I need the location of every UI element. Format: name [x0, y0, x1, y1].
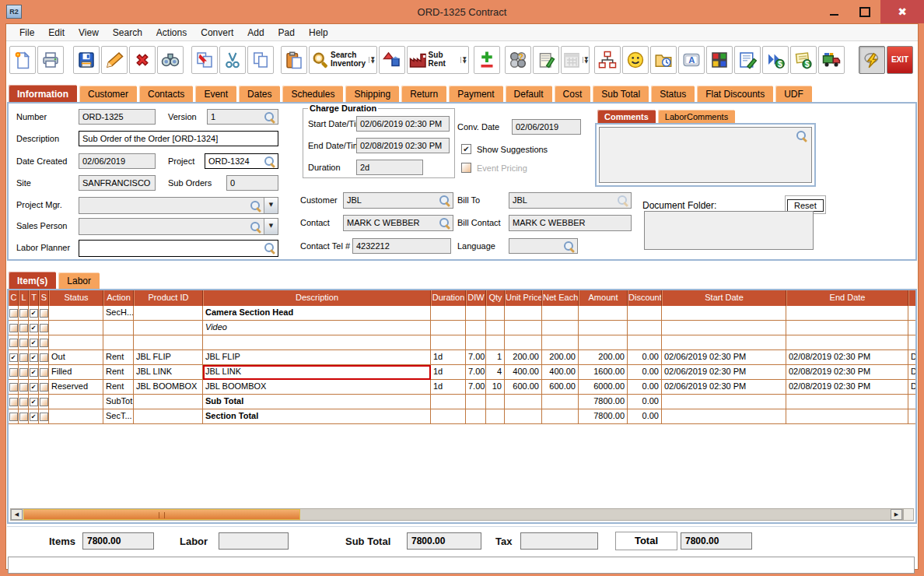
- reset-button[interactable]: Reset: [787, 199, 824, 212]
- tab-schedules[interactable]: Schedules: [282, 85, 344, 102]
- menu-pad[interactable]: Pad: [271, 25, 302, 40]
- description-field[interactable]: Sub Order of the Order [ORD-1324]: [79, 131, 278, 146]
- cell-diw[interactable]: [466, 409, 486, 424]
- col-net-each[interactable]: Net Each: [542, 290, 579, 306]
- cell-check-s[interactable]: [39, 380, 49, 395]
- cell-check-t[interactable]: ✔: [29, 350, 39, 365]
- cell-description[interactable]: Camera Section Head: [203, 306, 431, 321]
- cell-discount[interactable]: [628, 321, 662, 335]
- comments-tab-comments[interactable]: Comments: [597, 109, 656, 123]
- items-tab-item-s-[interactable]: Item(s): [8, 271, 57, 289]
- cell-check-c[interactable]: ✔: [9, 350, 19, 365]
- search-inventory-button[interactable]: Search Inventory▼▼: [309, 46, 377, 74]
- cell-status[interactable]: Out: [49, 350, 103, 365]
- cell-end-date[interactable]: [786, 409, 908, 424]
- scroll-right-button[interactable]: ▶: [891, 509, 902, 520]
- cell-discount[interactable]: [628, 335, 662, 350]
- availability-button[interactable]: ?: [505, 46, 531, 74]
- cell-status[interactable]: [49, 395, 103, 409]
- cell-end-date[interactable]: [786, 321, 908, 335]
- tab-sub-total[interactable]: Sub Total: [592, 85, 649, 102]
- contact-field[interactable]: MARK C WEBBER: [343, 215, 453, 231]
- cell-product-id[interactable]: [134, 409, 203, 424]
- col-discount[interactable]: Discount: [628, 290, 662, 306]
- project-mgr-dropdown-icon[interactable]: ▼: [264, 198, 278, 213]
- cell-product-id[interactable]: JBL LINK: [134, 365, 203, 380]
- cell-start-date[interactable]: [662, 306, 786, 321]
- col-s[interactable]: S: [39, 290, 49, 306]
- cell-qty[interactable]: 4: [486, 365, 505, 380]
- key-a-button[interactable]: A: [678, 46, 705, 74]
- cell-qty[interactable]: [486, 395, 505, 409]
- comments-textarea[interactable]: [599, 127, 812, 183]
- col-amount[interactable]: Amount: [579, 290, 628, 306]
- menu-convert[interactable]: Convert: [194, 25, 240, 40]
- cell-action[interactable]: SecT...: [103, 409, 134, 424]
- cell-check-s[interactable]: [39, 409, 49, 424]
- cell-duration[interactable]: [431, 306, 466, 321]
- cell-check-t[interactable]: ✔: [29, 365, 39, 380]
- cell-action[interactable]: Rent: [103, 365, 134, 380]
- tab-flat-discounts[interactable]: Flat Discounts: [696, 85, 774, 102]
- cell-status[interactable]: [49, 306, 103, 321]
- cell-product-id[interactable]: [134, 321, 203, 335]
- tab-customer[interactable]: Customer: [79, 85, 138, 102]
- close-button[interactable]: ✖: [880, 0, 924, 23]
- cell-check-s[interactable]: [39, 335, 49, 350]
- delete-button[interactable]: [129, 46, 156, 74]
- new-document-button[interactable]: [9, 46, 36, 74]
- contact-tel-field[interactable]: 4232212: [352, 238, 451, 254]
- cell-extra[interactable]: [908, 409, 917, 424]
- cell-net-each[interactable]: [542, 409, 579, 424]
- cell-check-t[interactable]: ✔: [29, 306, 39, 321]
- cell-qty[interactable]: [486, 306, 505, 321]
- tab-event[interactable]: Event: [194, 85, 237, 102]
- cell-net-each[interactable]: 600.00: [542, 380, 579, 395]
- menu-file[interactable]: File: [12, 25, 41, 40]
- copy-button[interactable]: [247, 46, 274, 74]
- cell-description[interactable]: JBL BOOMBOX: [203, 380, 431, 395]
- cell-amount[interactable]: 200.00: [579, 350, 628, 365]
- cell-start-date[interactable]: [662, 395, 786, 409]
- duration-field[interactable]: 2d: [356, 160, 423, 175]
- cell-status[interactable]: Filled: [49, 365, 103, 380]
- cell-amount[interactable]: [579, 335, 628, 350]
- cell-product-id[interactable]: JBL BOOMBOX: [134, 380, 203, 395]
- menu-help[interactable]: Help: [302, 25, 335, 40]
- cell-duration[interactable]: [431, 409, 466, 424]
- cell-extra[interactable]: [908, 306, 917, 321]
- cell-net-each[interactable]: 400.00: [542, 365, 579, 380]
- event-pricing-checkbox[interactable]: [461, 163, 471, 173]
- cell-check-l[interactable]: [19, 395, 29, 409]
- cell-end-date[interactable]: [786, 395, 908, 409]
- version-field[interactable]: 1: [207, 109, 278, 125]
- cell-product-id[interactable]: [134, 395, 203, 409]
- cell-end-date[interactable]: 02/08/2019 02:30 PM: [786, 365, 908, 380]
- cell-status[interactable]: [49, 321, 103, 335]
- minimize-button[interactable]: [818, 0, 849, 23]
- cell-check-t[interactable]: ✔: [29, 335, 39, 350]
- cell-check-t[interactable]: ✔: [29, 409, 39, 424]
- language-lookup-icon[interactable]: [564, 241, 574, 251]
- cell-amount[interactable]: 7800.00: [579, 395, 628, 409]
- search-inventory-dropdown-icon[interactable]: ▼▼: [369, 57, 375, 63]
- menu-add[interactable]: Add: [240, 25, 271, 40]
- cell-duration[interactable]: [431, 321, 466, 335]
- language-field[interactable]: [509, 238, 578, 254]
- cell-amount[interactable]: 1600.00: [579, 365, 628, 380]
- cell-end-date[interactable]: 02/08/2019 02:30 PM: [786, 380, 908, 395]
- project-lookup-icon[interactable]: [264, 156, 275, 167]
- cell-unit-price[interactable]: 200.00: [505, 350, 542, 365]
- tab-information[interactable]: Information: [8, 84, 78, 102]
- cell-end-date[interactable]: 02/08/2019 02:30 PM: [786, 350, 908, 365]
- cell-description[interactable]: Video: [203, 321, 431, 335]
- calendar-dropdown-icon[interactable]: ▼▼: [583, 57, 589, 63]
- cell-discount[interactable]: 0.00: [628, 409, 662, 424]
- cell-discount[interactable]: 0.00: [628, 365, 662, 380]
- cell-description[interactable]: Section Total: [203, 409, 431, 424]
- paste-button[interactable]: [281, 46, 307, 74]
- cell-action[interactable]: SubTot: [103, 395, 134, 409]
- cell-check-c[interactable]: [9, 395, 19, 409]
- cell-action[interactable]: Rent: [103, 380, 134, 395]
- menu-view[interactable]: View: [72, 25, 106, 40]
